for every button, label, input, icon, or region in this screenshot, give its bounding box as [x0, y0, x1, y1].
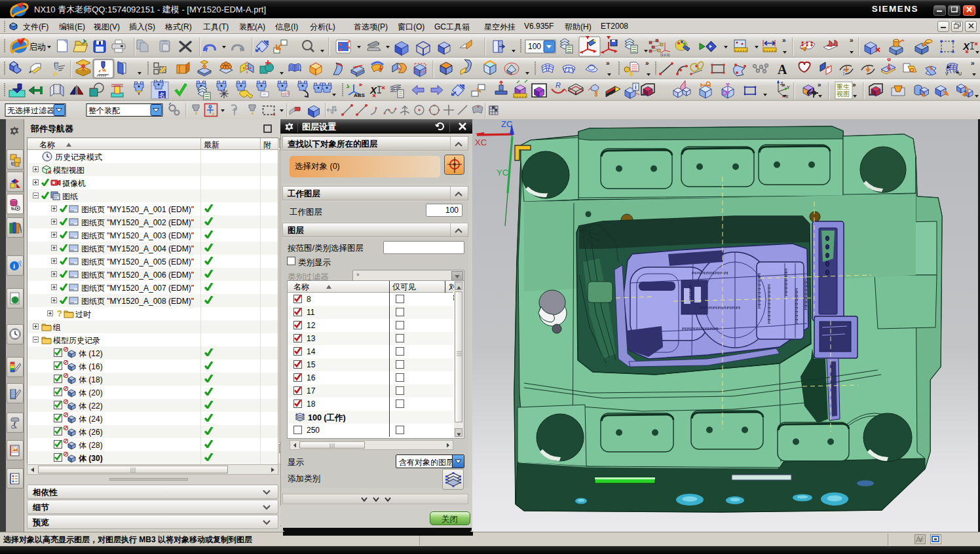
svg-text:»: »	[850, 37, 854, 44]
svg-text:ABS: ABS	[354, 92, 366, 98]
svg-text:i: i	[635, 84, 637, 90]
svg-text:i: i	[13, 262, 15, 270]
svg-text:»: »	[818, 81, 821, 88]
svg-text:A: A	[778, 62, 787, 77]
svg-text:无选择过滤器: 无选择过滤器	[7, 106, 54, 115]
svg-text:YC: YC	[497, 168, 508, 177]
svg-text:»: »	[971, 60, 975, 67]
svg-text:Y: Y	[787, 85, 790, 90]
svg-text:»: »	[782, 37, 786, 44]
svg-text:整个装配: 整个装配	[88, 106, 120, 115]
svg-text:»: »	[645, 60, 649, 67]
svg-text:X: X	[369, 84, 377, 96]
svg-text:名: 名	[159, 92, 166, 99]
svg-text:启动: 启动	[29, 42, 46, 52]
svg-text:R: R	[556, 81, 561, 89]
svg-text:X: X	[962, 41, 970, 52]
svg-text:(0,0,0): (0,0,0)	[660, 53, 670, 57]
svg-text:ZC: ZC	[501, 119, 512, 129]
svg-text:»: »	[852, 81, 856, 88]
svg-text:»: »	[606, 60, 610, 67]
svg-text:V: V	[945, 71, 949, 76]
svg-text:XC: XC	[475, 138, 487, 147]
svg-text:U: U	[958, 71, 962, 76]
svg-text:»: »	[782, 81, 785, 88]
svg-text:视图: 视图	[837, 90, 850, 98]
svg-text:重生: 重生	[836, 83, 850, 90]
svg-text:100: 100	[528, 42, 541, 51]
